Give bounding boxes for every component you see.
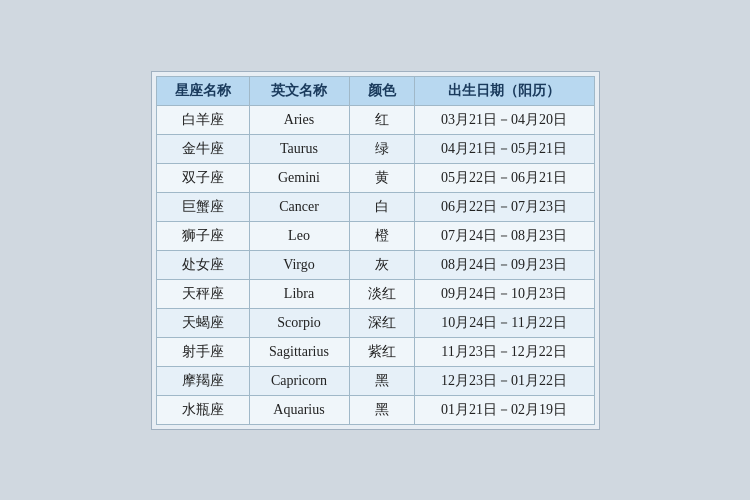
cell-color: 白 [349,192,414,221]
cell-color: 绿 [349,134,414,163]
cell-date: 03月21日－04月20日 [414,105,594,134]
table-row: 天蝎座Scorpio深红10月24日－11月22日 [156,308,594,337]
table-row: 金牛座Taurus绿04月21日－05月21日 [156,134,594,163]
cell-chinese: 双子座 [156,163,249,192]
cell-color: 淡红 [349,279,414,308]
cell-chinese: 处女座 [156,250,249,279]
cell-chinese: 狮子座 [156,221,249,250]
cell-date: 06月22日－07月23日 [414,192,594,221]
cell-chinese: 金牛座 [156,134,249,163]
cell-english: Virgo [249,250,349,279]
cell-chinese: 白羊座 [156,105,249,134]
header-date: 出生日期（阳历） [414,76,594,105]
table-row: 水瓶座Aquarius黑01月21日－02月19日 [156,395,594,424]
cell-chinese: 天秤座 [156,279,249,308]
header-chinese: 星座名称 [156,76,249,105]
cell-date: 09月24日－10月23日 [414,279,594,308]
cell-english: Gemini [249,163,349,192]
cell-english: Capricorn [249,366,349,395]
cell-color: 紫红 [349,337,414,366]
cell-english: Aquarius [249,395,349,424]
cell-date: 01月21日－02月19日 [414,395,594,424]
cell-date: 04月21日－05月21日 [414,134,594,163]
cell-english: Leo [249,221,349,250]
cell-color: 红 [349,105,414,134]
cell-english: Libra [249,279,349,308]
table-row: 巨蟹座Cancer白06月22日－07月23日 [156,192,594,221]
table-row: 狮子座Leo橙07月24日－08月23日 [156,221,594,250]
zodiac-table-container: 星座名称 英文名称 颜色 出生日期（阳历） 白羊座Aries红03月21日－04… [151,71,600,430]
cell-color: 黄 [349,163,414,192]
header-color: 颜色 [349,76,414,105]
cell-color: 黑 [349,366,414,395]
cell-color: 黑 [349,395,414,424]
cell-chinese: 射手座 [156,337,249,366]
table-header-row: 星座名称 英文名称 颜色 出生日期（阳历） [156,76,594,105]
cell-date: 07月24日－08月23日 [414,221,594,250]
cell-english: Cancer [249,192,349,221]
cell-chinese: 摩羯座 [156,366,249,395]
table-row: 射手座Sagittarius紫红11月23日－12月22日 [156,337,594,366]
table-row: 白羊座Aries红03月21日－04月20日 [156,105,594,134]
cell-date: 08月24日－09月23日 [414,250,594,279]
cell-date: 12月23日－01月22日 [414,366,594,395]
zodiac-table: 星座名称 英文名称 颜色 出生日期（阳历） 白羊座Aries红03月21日－04… [156,76,595,425]
cell-chinese: 水瓶座 [156,395,249,424]
cell-english: Taurus [249,134,349,163]
table-row: 双子座Gemini黄05月22日－06月21日 [156,163,594,192]
cell-english: Sagittarius [249,337,349,366]
cell-date: 11月23日－12月22日 [414,337,594,366]
cell-chinese: 巨蟹座 [156,192,249,221]
cell-date: 10月24日－11月22日 [414,308,594,337]
cell-color: 灰 [349,250,414,279]
cell-chinese: 天蝎座 [156,308,249,337]
cell-english: Aries [249,105,349,134]
cell-color: 橙 [349,221,414,250]
table-row: 处女座Virgo灰08月24日－09月23日 [156,250,594,279]
cell-english: Scorpio [249,308,349,337]
table-row: 摩羯座Capricorn黑12月23日－01月22日 [156,366,594,395]
table-row: 天秤座Libra淡红09月24日－10月23日 [156,279,594,308]
cell-color: 深红 [349,308,414,337]
cell-date: 05月22日－06月21日 [414,163,594,192]
header-english: 英文名称 [249,76,349,105]
